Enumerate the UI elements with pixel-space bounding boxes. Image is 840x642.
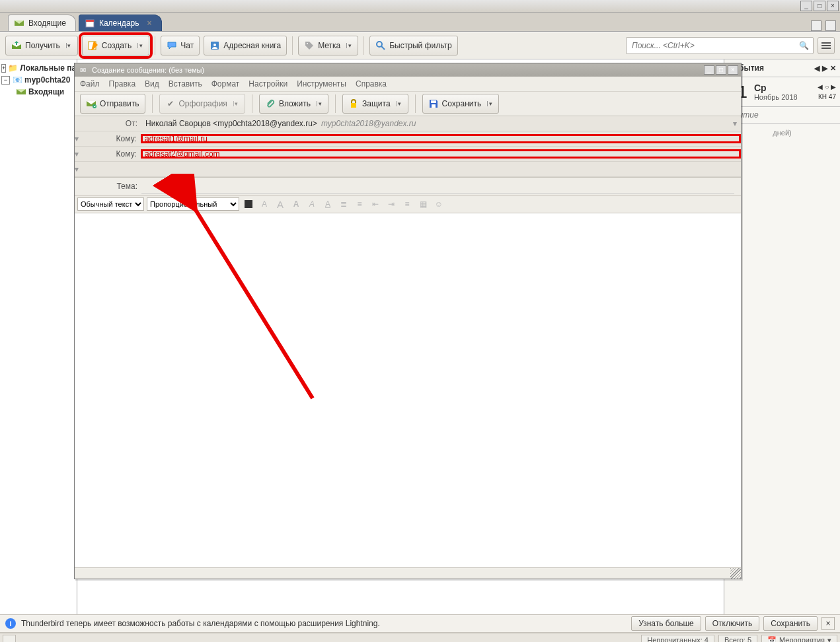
- cal-new-event-input[interactable]: обытие: [724, 107, 840, 124]
- indent-icon[interactable]: ⇥: [385, 197, 398, 211]
- recipient-dropdown-1[interactable]: ▾: [75, 134, 81, 143]
- attach-button[interactable]: Вложить: [259, 94, 328, 114]
- security-button[interactable]: Защита: [342, 94, 408, 114]
- search-box[interactable]: 🔍: [626, 37, 814, 54]
- quickfilter-button[interactable]: Быстрый фильтр: [369, 36, 457, 55]
- spell-dropdown[interactable]: [233, 101, 239, 106]
- compose-button[interactable]: Создать: [82, 36, 150, 55]
- cal-prev[interactable]: ◀: [814, 64, 820, 73]
- window-close[interactable]: ×: [827, 1, 839, 11]
- compose-close[interactable]: ×: [728, 65, 738, 75]
- unread-count: Непрочитанных: 4: [641, 635, 714, 642]
- total-count: Всего: 5: [718, 635, 757, 642]
- get-mail-button[interactable]: Получить: [5, 36, 78, 55]
- svg-rect-8: [351, 103, 356, 108]
- cal-close[interactable]: ✕: [830, 64, 836, 73]
- search-input[interactable]: [630, 40, 799, 51]
- search-icon[interactable]: 🔍: [799, 41, 809, 50]
- save-draft-button[interactable]: Сохранить: [422, 94, 500, 114]
- resize-grip[interactable]: [730, 568, 741, 579]
- addressbook-button[interactable]: Адресная книга: [204, 36, 287, 55]
- get-mail-dropdown[interactable]: [66, 43, 72, 48]
- window-maximize[interactable]: □: [814, 1, 825, 11]
- folder-tree[interactable]: + 📁 Локальные папки − 📧 myp0chta20 Входя…: [0, 59, 77, 614]
- outdent-icon[interactable]: ⇤: [369, 197, 382, 211]
- spellcheck-button[interactable]: ✔ Орфография: [159, 94, 245, 114]
- tree-inbox[interactable]: Входящи: [28, 87, 64, 96]
- align-icon[interactable]: ≡: [401, 197, 414, 211]
- menu-edit[interactable]: Правка: [109, 79, 136, 89]
- italic-icon[interactable]: A: [305, 197, 319, 211]
- tab-inbox[interactable]: Входящие: [8, 15, 76, 31]
- compose-minimize[interactable]: _: [704, 65, 714, 75]
- recipient-dropdown-2[interactable]: ▾: [75, 149, 81, 159]
- bullets-icon[interactable]: ≣: [337, 197, 350, 211]
- tree-local-folders[interactable]: Локальные папки: [20, 63, 75, 73]
- tag-button[interactable]: Метка: [298, 36, 358, 55]
- cal-today[interactable]: ○: [825, 83, 829, 90]
- calendar-icon: [85, 18, 95, 28]
- size-up-icon[interactable]: A: [274, 197, 287, 211]
- events-button[interactable]: 📅 Мероприятия ▾: [761, 635, 837, 643]
- menu-help[interactable]: Справка: [356, 79, 387, 89]
- tab-calendar[interactable]: Календарь ×: [79, 15, 162, 31]
- tab-close-icon[interactable]: ×: [147, 18, 151, 28]
- compose-icon: [88, 40, 98, 51]
- to-field-2[interactable]: adresat2@gmail.com: [141, 149, 741, 159]
- svg-point-5: [307, 43, 308, 44]
- annotation-arrow: [75, 174, 405, 451]
- cal-next[interactable]: ▶: [822, 64, 827, 73]
- to-field-1[interactable]: adresat1@mail.ru: [141, 134, 741, 143]
- send-label: Отправить: [100, 99, 139, 108]
- chat-label: Чат: [180, 41, 194, 50]
- smiley-icon[interactable]: ☺: [432, 197, 445, 211]
- tree-collapse[interactable]: −: [1, 76, 10, 85]
- numbers-icon[interactable]: ≡: [353, 197, 366, 211]
- tabstrip-button-1[interactable]: [811, 20, 821, 31]
- separator: [363, 36, 364, 55]
- window-minimize[interactable]: _: [800, 1, 812, 11]
- security-dropdown[interactable]: [397, 101, 402, 106]
- disable-button[interactable]: Отключить: [705, 616, 760, 631]
- save-dropdown[interactable]: [487, 101, 493, 106]
- attach-label: Вложить: [279, 99, 311, 108]
- from-dropdown-icon[interactable]: ▾: [733, 119, 737, 128]
- tree-account[interactable]: myp0chta20: [24, 75, 70, 85]
- send-button[interactable]: Отправить: [80, 94, 145, 114]
- compose-dropdown[interactable]: [137, 43, 143, 48]
- bold-icon[interactable]: A: [289, 197, 303, 211]
- learn-more-button[interactable]: Узнать больше: [631, 616, 701, 631]
- activity-indicator[interactable]: [3, 635, 16, 642]
- menu-options[interactable]: Настройки: [248, 79, 287, 89]
- tag-dropdown[interactable]: [346, 43, 352, 48]
- underline-icon[interactable]: A: [321, 197, 334, 211]
- info-close-button[interactable]: ×: [821, 617, 835, 630]
- save-button[interactable]: Сохранить: [763, 616, 818, 631]
- menu-tools[interactable]: Инструменты: [297, 79, 346, 89]
- cal-day-next[interactable]: ▶: [831, 83, 836, 90]
- menu-insert[interactable]: Вставить: [169, 79, 202, 89]
- text-mode-select[interactable]: Обычный текст: [77, 197, 144, 211]
- security-label: Защита: [362, 99, 391, 108]
- size-down-icon[interactable]: A: [258, 197, 271, 211]
- compose-menubar: Файл Правка Вид Вставить Формат Настройк…: [75, 77, 741, 92]
- chat-button[interactable]: Чат: [161, 36, 200, 55]
- from-field[interactable]: Николай Сворцов <myp0chta2018@yandex.ru>…: [141, 119, 741, 128]
- menu-view[interactable]: Вид: [145, 79, 159, 89]
- subject-input[interactable]: [141, 180, 734, 194]
- font-select[interactable]: Пропорциональный: [147, 197, 239, 211]
- get-mail-label: Получить: [25, 41, 60, 50]
- menu-file[interactable]: Файл: [80, 79, 100, 89]
- attach-dropdown[interactable]: [317, 101, 323, 106]
- menu-format[interactable]: Формат: [211, 79, 240, 89]
- tabstrip-button-2[interactable]: [825, 20, 836, 31]
- recipient-dropdown-3[interactable]: ▾: [75, 164, 81, 174]
- compose-maximize[interactable]: □: [716, 65, 726, 75]
- cal-day-prev[interactable]: ◀: [818, 83, 823, 90]
- color-icon[interactable]: [245, 200, 252, 208]
- app-menu-button[interactable]: [818, 37, 835, 54]
- compose-body[interactable]: [75, 213, 741, 567]
- insert-image-icon[interactable]: ▦: [416, 197, 430, 211]
- separator: [292, 36, 293, 55]
- tree-expand[interactable]: +: [1, 64, 6, 73]
